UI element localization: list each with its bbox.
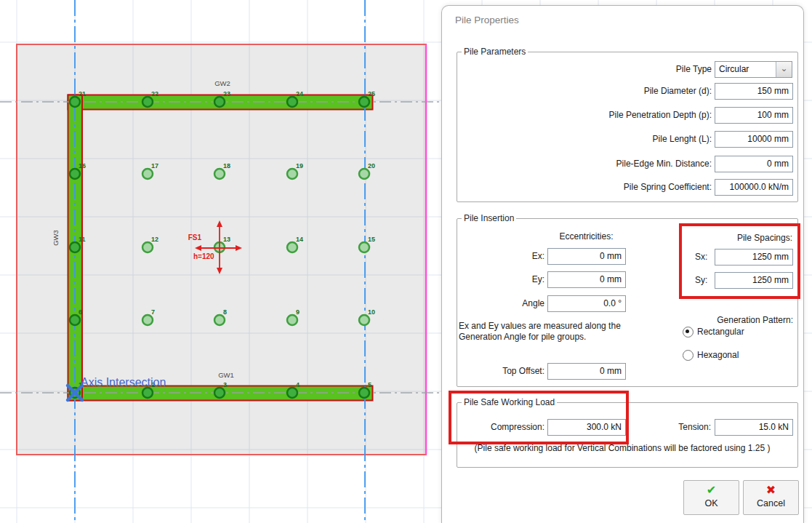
compression-input[interactable]: 300.0 kN [547,419,626,436]
dialog-title: Pile Properties [455,15,519,25]
ey-label: Ey: [457,271,544,288]
pile-edge-min-distance-input[interactable]: 0 mm [715,156,793,172]
sy-label: Sy: [695,272,714,289]
pile-penetration-depth-input[interactable]: 100 mm [715,107,793,124]
pile-spring-coefficient-label: Pile Spring Coefficient: [457,179,712,196]
radio-hexagonal-label: Hexagonal [697,349,739,361]
beam-label-gw1: GW1 [218,371,234,379]
ok-button[interactable]: ✔ OK [683,480,739,515]
pile-label-9: 9 [296,308,300,316]
ex-label: Ex: [457,248,544,265]
pile-6[interactable] [70,315,80,325]
ey-input[interactable]: 0 mm [547,271,626,288]
sx-input[interactable]: 1250 mm [715,249,793,266]
pile-12[interactable] [142,242,153,252]
pile-2[interactable] [142,388,153,398]
pile-16[interactable] [70,169,80,179]
pile-label-15: 15 [368,236,375,243]
pile-21[interactable] [70,97,80,107]
radio-hexagonal[interactable] [683,350,694,361]
chevron-down-icon[interactable]: ⌄ [776,62,792,77]
pile-25[interactable] [359,97,369,107]
pile-diameter-input[interactable]: 150 mm [715,83,793,100]
pile-label-7: 7 [151,308,155,316]
pile-label-5: 5 [368,381,371,388]
pile-length-input[interactable]: 10000 mm [715,131,793,148]
radio-rectangular-label: Rectangular [697,326,744,338]
pile-15[interactable] [359,242,369,252]
pile-19[interactable] [287,169,297,179]
group-pile-insertion-legend: Pile Insertion [462,213,516,223]
eccentricity-note: Ex and Ey values are measured along the … [459,321,646,343]
pile-spacings-label: Pile Spacings: [689,230,792,247]
pile-label-4: 4 [296,381,300,388]
tension-label: Tension: [637,419,711,436]
pile-label-14: 14 [296,236,303,243]
pile-penetration-depth-label: Pile Penetration Depth (p): [457,107,712,124]
pile-11[interactable] [70,242,80,252]
pile-edge-min-distance-label: Pile-Edge Min. Distance: [457,156,712,172]
sx-label: Sx: [695,249,714,266]
pile-label-18: 18 [223,162,230,169]
pile-type-label: Pile Type [457,61,712,78]
group-pile-parameters-legend: Pile Parameters [462,47,528,57]
pile-24[interactable] [287,97,297,107]
angle-input[interactable]: 0.0 ° [547,295,626,312]
fs1-label: FS1 [188,233,202,241]
tension-input[interactable]: 15.0 kN [715,419,793,436]
pile-18[interactable] [214,169,225,179]
top-offset-label: Top Offset: [457,363,544,380]
pile-label-12: 12 [151,236,158,243]
beam-label-gw3: GW3 [52,230,60,246]
pile-label-23: 23 [223,90,230,97]
pile-23[interactable] [214,97,225,107]
fs1-height-label: h=120 [193,252,214,260]
pile-9[interactable] [287,315,297,325]
group-pile-safe-working-load-legend: Pile Safe Working Load [462,397,557,407]
pile-label-20: 20 [368,162,375,169]
pile-label-3: 3 [223,381,227,388]
sy-input[interactable]: 1250 mm [715,272,793,289]
pile-5[interactable] [359,388,369,398]
beam-label-gw2: GW2 [214,79,230,87]
pile-20[interactable] [359,169,369,179]
cancel-button-label: Cancel [744,498,798,509]
close-icon: ✖ [744,483,798,498]
angle-label: Angle [457,295,544,312]
pile-label-19: 19 [296,162,303,169]
pile-type-combobox[interactable]: Circular ⌄ [715,61,792,78]
pile-label-25: 25 [368,90,375,97]
pile-label-13: 13 [223,236,230,243]
pile-17[interactable] [142,169,153,179]
pile-14[interactable] [287,242,297,252]
pile-label-11: 11 [79,236,86,243]
pile-22[interactable] [142,97,153,107]
pile-label-22: 22 [151,90,158,97]
pile-label-24: 24 [296,90,303,97]
pile-7[interactable] [142,315,153,325]
top-offset-input[interactable]: 0 mm [547,363,626,380]
pile-label-17: 17 [151,162,158,169]
eccentricities-label: Eccentricities: [547,228,625,245]
pile-3[interactable] [214,388,225,398]
pile-4[interactable] [287,388,297,398]
pile-length-label: Pile Lenght (L): [457,131,712,148]
pile-type-value: Circular [719,62,749,77]
pile-properties-dialog: Pile Properties Pile Parameters Pile Typ… [441,5,804,523]
pile-10[interactable] [359,315,369,325]
pile-label-6: 6 [79,308,82,316]
pile-label-8: 8 [223,308,227,316]
pile-8[interactable] [214,315,225,325]
pile-diameter-label: Pile Diameter (d): [457,83,712,100]
ok-button-label: OK [684,498,739,509]
safe-working-load-note: (Pile safe working load for Vertical Com… [454,443,791,454]
pile-label-16: 16 [79,162,86,169]
pile-spring-coefficient-input[interactable]: 100000.0 kN/m [715,179,793,196]
axis-intersection-label: Axis Intersection [81,376,166,388]
check-icon: ✔ [684,483,739,498]
compression-label: Compression: [457,419,544,436]
pile-label-21: 21 [79,90,86,97]
ex-input[interactable]: 0 mm [547,248,626,265]
radio-rectangular[interactable] [683,327,694,338]
cancel-button[interactable]: ✖ Cancel [743,480,799,515]
